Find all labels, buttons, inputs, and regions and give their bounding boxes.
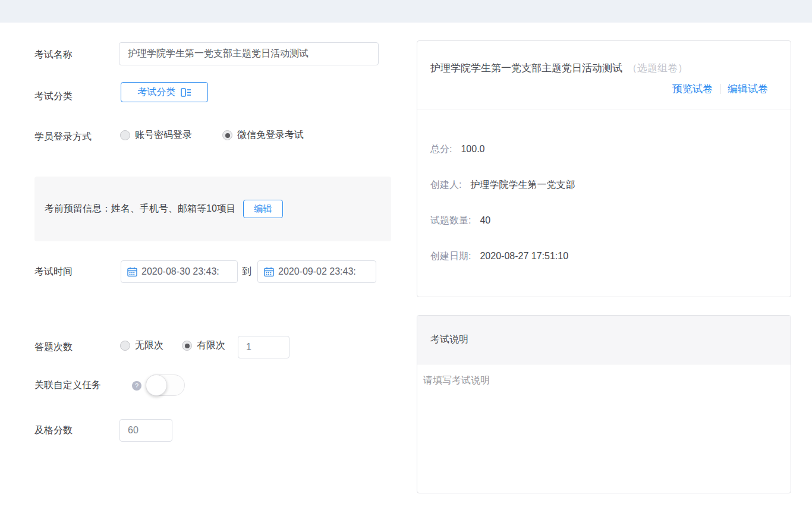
exam-name-label: 考试名称 [34,49,73,61]
exam-category-button-label: 考试分类 [138,86,176,99]
pass-score-input[interactable] [119,419,172,442]
exam-description-body[interactable]: 请填写考试说明 [417,364,791,397]
radio-unselected-icon[interactable] [120,341,130,351]
calendar-icon [127,267,137,277]
paper-subtitle: （选题组卷） [627,62,688,74]
exam-category-label: 考试分类 [34,90,73,102]
question-mark-icon[interactable]: ? [132,381,141,391]
custom-task-label: 关联自定义任务 [34,379,101,391]
preview-paper-link[interactable]: 预览试卷 [672,82,713,96]
stat-label: 创建日期: [430,250,471,263]
attempts-option-limited[interactable]: 有限次 [182,339,225,352]
attempts-option-limited-label: 有限次 [197,339,225,352]
paper-summary-card: 护理学院学生第一党支部主题党日活动测试（选题组卷） 预览试卷 编辑试卷 总分: … [417,40,791,297]
top-bar [0,0,812,23]
login-method-option-wechat[interactable]: 微信免登录考试 [222,129,304,141]
stat-row-creator: 创建人: 护理学院学生第一党支部 [430,179,778,191]
login-method-option-wechat-label: 微信免登录考试 [237,129,304,141]
edit-paper-link[interactable]: 编辑试卷 [728,82,768,96]
pass-score-label: 及格分数 [34,424,73,436]
reserved-info-text: 考前预留信息：姓名、手机号、邮箱等10项目 [45,203,236,215]
paper-stats: 总分: 100.0 创建人: 护理学院学生第一党支部 试题数量: 40 创建日期… [417,109,791,263]
category-icon [181,87,191,97]
radio-selected-icon[interactable] [222,130,232,140]
exam-time-separator: 到 [242,266,251,278]
custom-task-toggle[interactable] [146,374,185,396]
exam-time-label: 考试时间 [34,266,73,278]
attempts-label: 答题次数 [34,341,73,353]
attempts-option-unlimited[interactable]: 无限次 [120,339,163,352]
exam-time-start-input[interactable]: 2020-08-30 23:43: [121,260,238,283]
paper-card-header: 护理学院学生第一党支部主题党日活动测试（选题组卷） 预览试卷 编辑试卷 [417,41,791,109]
stat-value: 2020-08-27 17:51:10 [480,251,568,262]
reserved-info-box: 考前预留信息：姓名、手机号、邮箱等10项目 编辑 [34,177,391,241]
calendar-icon [264,267,274,277]
link-divider [720,84,720,94]
radio-selected-icon[interactable] [182,341,192,351]
exam-time-start-value: 2020-08-30 23:43: [141,266,219,277]
stat-value: 护理学院学生第一党支部 [470,179,575,191]
exam-category-button[interactable]: 考试分类 [121,82,208,102]
exam-time-end-value: 2020-09-02 23:43: [278,266,356,277]
radio-unselected-icon[interactable] [120,130,130,140]
reserved-info-edit-button[interactable]: 编辑 [243,200,283,218]
stat-row-question-count: 试题数量: 40 [430,215,778,227]
stat-label: 创建人: [430,179,461,191]
login-method-option-password-label: 账号密码登录 [135,129,192,141]
stat-row-created-date: 创建日期: 2020-08-27 17:51:10 [430,250,778,263]
stat-value: 40 [480,215,490,226]
stat-row-total-score: 总分: 100.0 [430,143,778,156]
exam-name-input[interactable] [119,42,379,65]
stat-value: 100.0 [461,144,484,155]
exam-time-end-input[interactable]: 2020-09-02 23:43: [257,260,376,283]
toggle-knob[interactable] [146,374,167,396]
exam-description-header: 考试说明 [417,316,791,364]
login-method-label: 学员登录方式 [34,131,92,143]
login-method-option-password[interactable]: 账号密码登录 [120,129,192,141]
paper-title: 护理学院学生第一党支部主题党日活动测试 [430,62,622,74]
attempts-count-input[interactable] [238,336,289,358]
exam-description-card: 考试说明 请填写考试说明 [417,315,791,493]
stat-label: 总分: [430,143,452,156]
attempts-option-unlimited-label: 无限次 [135,339,163,352]
stat-label: 试题数量: [430,215,471,227]
